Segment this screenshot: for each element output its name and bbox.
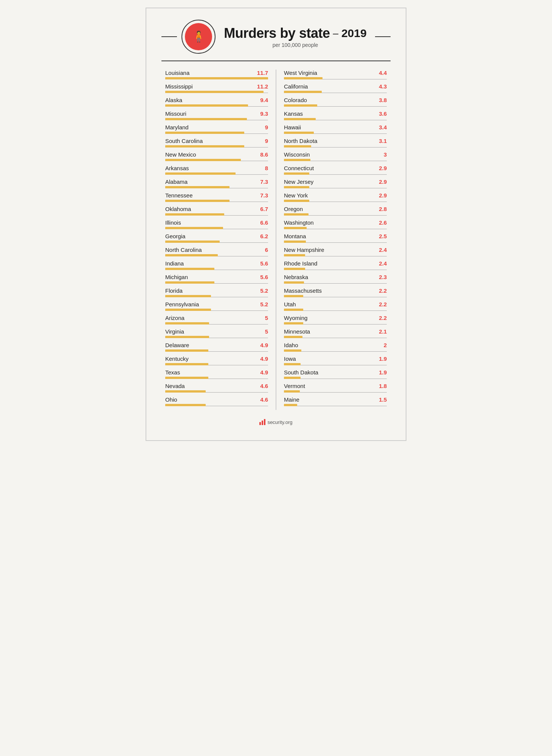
state-row: Washington2.6	[284, 219, 387, 229]
bar-fill	[284, 132, 314, 134]
state-value: 6	[255, 247, 268, 253]
bar-fill	[284, 172, 309, 175]
state-value: 2.4	[374, 247, 387, 253]
state-row: Connecticut2.9	[284, 165, 387, 175]
state-value: 11.2	[255, 83, 268, 90]
state-name: Kansas	[284, 110, 303, 117]
bar-fill	[284, 295, 303, 297]
person-icon: 🧍	[192, 31, 205, 42]
state-name: Arkansas	[165, 165, 189, 171]
state-value: 2.2	[374, 287, 387, 294]
state-row: Tennessee7.3	[165, 192, 268, 202]
bar-fill	[284, 227, 307, 229]
state-name: Nebraska	[284, 274, 308, 280]
state-value: 3.8	[374, 97, 387, 103]
state-value: 2.9	[374, 179, 387, 185]
state-value: 6.2	[255, 233, 268, 239]
state-name: Texas	[165, 369, 180, 376]
bar-fill	[165, 377, 208, 379]
state-row: North Carolina6	[165, 247, 268, 256]
header-line-right	[375, 36, 391, 37]
bar-fill	[284, 377, 301, 379]
main-title: Murders by state	[224, 25, 330, 41]
bar-fill	[284, 404, 297, 406]
state-name: Delaware	[165, 342, 189, 348]
state-name: Florida	[165, 287, 183, 294]
footer-bar-3	[264, 419, 265, 425]
state-name: Wisconsin	[284, 151, 310, 158]
state-row: Indiana5.6	[165, 260, 268, 270]
state-value: 4.9	[255, 369, 268, 376]
state-name: Missouri	[165, 110, 186, 117]
state-row: Nevada4.6	[165, 383, 268, 393]
bar-fill	[284, 254, 305, 256]
state-row: West Virginia4.4	[284, 70, 387, 79]
state-row: Missouri9.3	[165, 110, 268, 120]
header-circle: 🧍	[181, 20, 216, 54]
bar-fill	[165, 159, 241, 161]
bar-fill	[165, 241, 220, 243]
bar-fill	[284, 349, 301, 352]
bar-fill	[284, 77, 323, 79]
state-value: 2.1	[374, 328, 387, 335]
bar-fill	[284, 390, 300, 393]
header-line-left	[161, 36, 177, 37]
bar-fill	[165, 227, 223, 229]
state-row: Georgia6.2	[165, 233, 268, 243]
state-value: 9	[255, 124, 268, 130]
state-row: Oklahoma6.7	[165, 206, 268, 216]
dash-separator: –	[333, 28, 338, 39]
state-value: 2.6	[374, 219, 387, 226]
state-row: Idaho2	[284, 342, 387, 352]
bar-fill	[165, 336, 209, 338]
bar-fill	[284, 336, 302, 338]
footer-logo-text: security.org	[267, 419, 292, 425]
state-name: New Mexico	[165, 151, 196, 158]
state-value: 4.9	[255, 342, 268, 348]
bar-fill	[165, 404, 206, 406]
state-name: North Carolina	[165, 247, 202, 253]
state-value: 3.6	[374, 110, 387, 117]
state-name: Idaho	[284, 342, 298, 348]
state-value: 5	[255, 328, 268, 335]
state-name: Ohio	[165, 396, 177, 403]
state-value: 11.7	[255, 70, 268, 76]
state-value: 6.7	[255, 206, 268, 212]
state-row: Colorado3.8	[284, 97, 387, 107]
header-lines: 🧍 Murders by state – 2019 per 100,000 pe…	[161, 20, 391, 54]
state-value: 1.9	[374, 355, 387, 362]
state-value: 2.9	[374, 165, 387, 171]
state-row: Montana2.5	[284, 233, 387, 243]
state-value: 4.6	[255, 396, 268, 403]
state-value: 2.9	[374, 192, 387, 199]
state-row: Massachusetts2.2	[284, 287, 387, 297]
state-name: Wyoming	[284, 315, 307, 321]
bar-fill	[165, 363, 208, 365]
state-name: California	[284, 83, 308, 90]
state-row: Maryland9	[165, 124, 268, 134]
state-name: Rhode Island	[284, 260, 317, 267]
state-row: Maine1.5	[284, 396, 387, 406]
state-name: North Dakota	[284, 138, 317, 144]
state-value: 5.2	[255, 301, 268, 307]
state-name: Oregon	[284, 206, 303, 212]
state-name: Connecticut	[284, 165, 314, 171]
state-name: Utah	[284, 301, 296, 307]
bar-fill	[284, 309, 303, 311]
state-value: 2	[374, 342, 387, 348]
state-row: Illinois6.6	[165, 219, 268, 229]
state-name: Virginia	[165, 328, 184, 335]
bar-fill	[284, 91, 322, 93]
state-value: 2.5	[374, 233, 387, 239]
state-name: Colorado	[284, 97, 307, 103]
state-row: New Mexico8.6	[165, 151, 268, 161]
state-value: 4.9	[255, 355, 268, 362]
footer-bar-1	[259, 422, 261, 425]
state-value: 4.4	[374, 70, 387, 76]
footer-logo-bars	[259, 419, 265, 425]
bar-fill	[165, 295, 211, 297]
state-name: West Virginia	[284, 70, 317, 76]
column-divider	[276, 70, 276, 410]
state-value: 5.2	[255, 287, 268, 294]
header-circle-inner: 🧍	[185, 23, 212, 50]
